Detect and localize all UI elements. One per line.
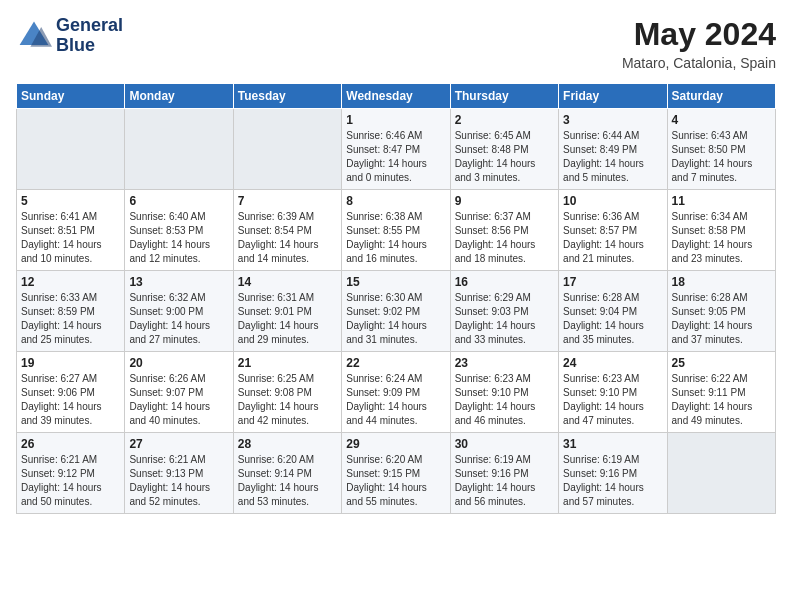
day-number: 31 — [563, 437, 662, 451]
day-number: 20 — [129, 356, 228, 370]
cell-sun-info: Sunrise: 6:21 AMSunset: 9:13 PMDaylight:… — [129, 453, 228, 509]
calendar-cell: 22Sunrise: 6:24 AMSunset: 9:09 PMDayligh… — [342, 352, 450, 433]
cell-sun-info: Sunrise: 6:36 AMSunset: 8:57 PMDaylight:… — [563, 210, 662, 266]
day-number: 26 — [21, 437, 120, 451]
day-number: 18 — [672, 275, 771, 289]
cell-sun-info: Sunrise: 6:28 AMSunset: 9:04 PMDaylight:… — [563, 291, 662, 347]
col-header-saturday: Saturday — [667, 84, 775, 109]
calendar-cell: 8Sunrise: 6:38 AMSunset: 8:55 PMDaylight… — [342, 190, 450, 271]
cell-sun-info: Sunrise: 6:31 AMSunset: 9:01 PMDaylight:… — [238, 291, 337, 347]
logo-line2: Blue — [56, 36, 123, 56]
cell-sun-info: Sunrise: 6:25 AMSunset: 9:08 PMDaylight:… — [238, 372, 337, 428]
location: Mataro, Catalonia, Spain — [622, 55, 776, 71]
calendar-week-row: 26Sunrise: 6:21 AMSunset: 9:12 PMDayligh… — [17, 433, 776, 514]
cell-sun-info: Sunrise: 6:23 AMSunset: 9:10 PMDaylight:… — [563, 372, 662, 428]
cell-sun-info: Sunrise: 6:19 AMSunset: 9:16 PMDaylight:… — [455, 453, 554, 509]
cell-sun-info: Sunrise: 6:32 AMSunset: 9:00 PMDaylight:… — [129, 291, 228, 347]
day-number: 27 — [129, 437, 228, 451]
day-number: 25 — [672, 356, 771, 370]
logo-line1: General — [56, 16, 123, 36]
cell-sun-info: Sunrise: 6:29 AMSunset: 9:03 PMDaylight:… — [455, 291, 554, 347]
cell-sun-info: Sunrise: 6:38 AMSunset: 8:55 PMDaylight:… — [346, 210, 445, 266]
calendar-cell: 12Sunrise: 6:33 AMSunset: 8:59 PMDayligh… — [17, 271, 125, 352]
cell-sun-info: Sunrise: 6:40 AMSunset: 8:53 PMDaylight:… — [129, 210, 228, 266]
col-header-sunday: Sunday — [17, 84, 125, 109]
calendar-week-row: 12Sunrise: 6:33 AMSunset: 8:59 PMDayligh… — [17, 271, 776, 352]
calendar-cell: 30Sunrise: 6:19 AMSunset: 9:16 PMDayligh… — [450, 433, 558, 514]
cell-sun-info: Sunrise: 6:33 AMSunset: 8:59 PMDaylight:… — [21, 291, 120, 347]
calendar-cell: 16Sunrise: 6:29 AMSunset: 9:03 PMDayligh… — [450, 271, 558, 352]
calendar-cell: 25Sunrise: 6:22 AMSunset: 9:11 PMDayligh… — [667, 352, 775, 433]
calendar-cell — [667, 433, 775, 514]
cell-sun-info: Sunrise: 6:45 AMSunset: 8:48 PMDaylight:… — [455, 129, 554, 185]
cell-sun-info: Sunrise: 6:28 AMSunset: 9:05 PMDaylight:… — [672, 291, 771, 347]
calendar-cell: 21Sunrise: 6:25 AMSunset: 9:08 PMDayligh… — [233, 352, 341, 433]
day-number: 4 — [672, 113, 771, 127]
logo-text: General Blue — [56, 16, 123, 56]
calendar-cell: 20Sunrise: 6:26 AMSunset: 9:07 PMDayligh… — [125, 352, 233, 433]
day-number: 30 — [455, 437, 554, 451]
cell-sun-info: Sunrise: 6:19 AMSunset: 9:16 PMDaylight:… — [563, 453, 662, 509]
calendar-cell: 1Sunrise: 6:46 AMSunset: 8:47 PMDaylight… — [342, 109, 450, 190]
calendar-cell: 23Sunrise: 6:23 AMSunset: 9:10 PMDayligh… — [450, 352, 558, 433]
day-number: 3 — [563, 113, 662, 127]
cell-sun-info: Sunrise: 6:20 AMSunset: 9:14 PMDaylight:… — [238, 453, 337, 509]
calendar-cell: 5Sunrise: 6:41 AMSunset: 8:51 PMDaylight… — [17, 190, 125, 271]
calendar-cell: 9Sunrise: 6:37 AMSunset: 8:56 PMDaylight… — [450, 190, 558, 271]
cell-sun-info: Sunrise: 6:20 AMSunset: 9:15 PMDaylight:… — [346, 453, 445, 509]
day-number: 9 — [455, 194, 554, 208]
day-number: 13 — [129, 275, 228, 289]
calendar-week-row: 19Sunrise: 6:27 AMSunset: 9:06 PMDayligh… — [17, 352, 776, 433]
day-number: 24 — [563, 356, 662, 370]
day-number: 17 — [563, 275, 662, 289]
day-number: 16 — [455, 275, 554, 289]
calendar-cell: 29Sunrise: 6:20 AMSunset: 9:15 PMDayligh… — [342, 433, 450, 514]
day-number: 19 — [21, 356, 120, 370]
day-number: 6 — [129, 194, 228, 208]
col-header-friday: Friday — [559, 84, 667, 109]
calendar-table: SundayMondayTuesdayWednesdayThursdayFrid… — [16, 83, 776, 514]
calendar-cell: 17Sunrise: 6:28 AMSunset: 9:04 PMDayligh… — [559, 271, 667, 352]
calendar-cell: 2Sunrise: 6:45 AMSunset: 8:48 PMDaylight… — [450, 109, 558, 190]
cell-sun-info: Sunrise: 6:43 AMSunset: 8:50 PMDaylight:… — [672, 129, 771, 185]
cell-sun-info: Sunrise: 6:39 AMSunset: 8:54 PMDaylight:… — [238, 210, 337, 266]
cell-sun-info: Sunrise: 6:44 AMSunset: 8:49 PMDaylight:… — [563, 129, 662, 185]
calendar-cell: 26Sunrise: 6:21 AMSunset: 9:12 PMDayligh… — [17, 433, 125, 514]
calendar-cell: 18Sunrise: 6:28 AMSunset: 9:05 PMDayligh… — [667, 271, 775, 352]
cell-sun-info: Sunrise: 6:24 AMSunset: 9:09 PMDaylight:… — [346, 372, 445, 428]
calendar-week-row: 1Sunrise: 6:46 AMSunset: 8:47 PMDaylight… — [17, 109, 776, 190]
day-number: 8 — [346, 194, 445, 208]
day-number: 11 — [672, 194, 771, 208]
title-block: May 2024 Mataro, Catalonia, Spain — [622, 16, 776, 71]
calendar-cell — [233, 109, 341, 190]
calendar-cell: 4Sunrise: 6:43 AMSunset: 8:50 PMDaylight… — [667, 109, 775, 190]
calendar-cell — [125, 109, 233, 190]
day-number: 5 — [21, 194, 120, 208]
day-number: 22 — [346, 356, 445, 370]
cell-sun-info: Sunrise: 6:27 AMSunset: 9:06 PMDaylight:… — [21, 372, 120, 428]
day-number: 28 — [238, 437, 337, 451]
cell-sun-info: Sunrise: 6:30 AMSunset: 9:02 PMDaylight:… — [346, 291, 445, 347]
calendar-cell: 14Sunrise: 6:31 AMSunset: 9:01 PMDayligh… — [233, 271, 341, 352]
cell-sun-info: Sunrise: 6:41 AMSunset: 8:51 PMDaylight:… — [21, 210, 120, 266]
calendar-cell: 10Sunrise: 6:36 AMSunset: 8:57 PMDayligh… — [559, 190, 667, 271]
calendar-cell: 6Sunrise: 6:40 AMSunset: 8:53 PMDaylight… — [125, 190, 233, 271]
cell-sun-info: Sunrise: 6:22 AMSunset: 9:11 PMDaylight:… — [672, 372, 771, 428]
calendar-cell: 31Sunrise: 6:19 AMSunset: 9:16 PMDayligh… — [559, 433, 667, 514]
calendar-week-row: 5Sunrise: 6:41 AMSunset: 8:51 PMDaylight… — [17, 190, 776, 271]
cell-sun-info: Sunrise: 6:23 AMSunset: 9:10 PMDaylight:… — [455, 372, 554, 428]
day-number: 14 — [238, 275, 337, 289]
col-header-monday: Monday — [125, 84, 233, 109]
page-header: General Blue May 2024 Mataro, Catalonia,… — [16, 16, 776, 71]
day-number: 7 — [238, 194, 337, 208]
col-header-thursday: Thursday — [450, 84, 558, 109]
cell-sun-info: Sunrise: 6:21 AMSunset: 9:12 PMDaylight:… — [21, 453, 120, 509]
calendar-cell: 24Sunrise: 6:23 AMSunset: 9:10 PMDayligh… — [559, 352, 667, 433]
day-number: 12 — [21, 275, 120, 289]
day-number: 2 — [455, 113, 554, 127]
cell-sun-info: Sunrise: 6:46 AMSunset: 8:47 PMDaylight:… — [346, 129, 445, 185]
logo-icon — [16, 18, 52, 54]
logo: General Blue — [16, 16, 123, 56]
calendar-cell: 19Sunrise: 6:27 AMSunset: 9:06 PMDayligh… — [17, 352, 125, 433]
calendar-cell: 11Sunrise: 6:34 AMSunset: 8:58 PMDayligh… — [667, 190, 775, 271]
